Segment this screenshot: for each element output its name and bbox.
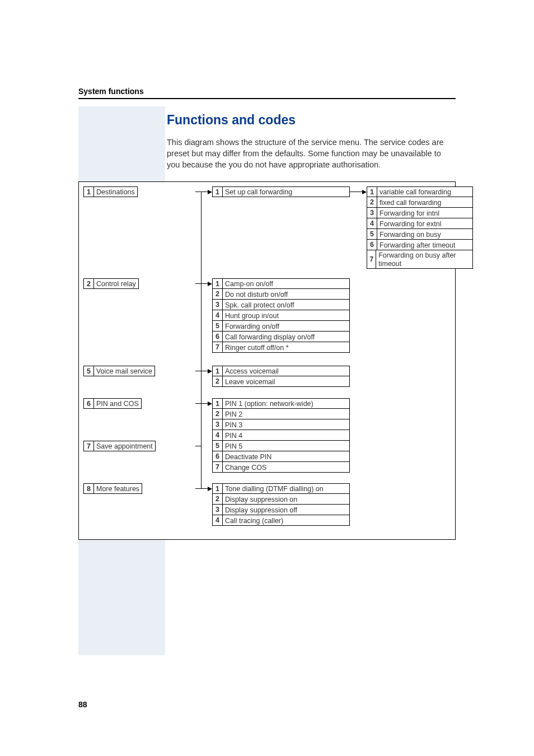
connector-line <box>201 192 202 488</box>
menu-more-features: 8 More features <box>83 483 142 494</box>
connector-line <box>195 446 202 446</box>
list-item: 7Forwarding on busy after timeout <box>367 250 473 269</box>
connector-line <box>350 192 362 192</box>
menu-label: Access voicemail <box>223 366 281 376</box>
menu-num: 1 <box>213 366 223 376</box>
list-item: 5Forwarding on/off <box>212 321 350 332</box>
menu-pin-cos: 6 PIN and COS <box>83 398 142 409</box>
menu-num: 1 <box>213 279 223 288</box>
menu-label: More features <box>94 484 142 493</box>
menu-num: 6 <box>213 451 223 461</box>
menu-label: Forwarding after timeout <box>377 240 457 250</box>
menu-num: 3 <box>213 505 223 515</box>
menu-label: fixed call forwarding <box>377 197 443 207</box>
list-item: 2Do not disturb on/off <box>212 289 350 300</box>
menu-num: 2 <box>213 409 223 419</box>
list-item: 1variable call forwarding <box>367 186 473 197</box>
list-item: 3Forwarding for intnl <box>367 208 473 218</box>
menu-num: 4 <box>213 515 223 525</box>
menu-label: variable call forwarding <box>377 187 453 197</box>
list-item: 1Camp-on on/off <box>212 278 350 289</box>
diagram-frame: 1 Destinations 2 Control relay 5 Voice m… <box>78 181 456 540</box>
menu-label: Call forwarding display on/off <box>223 332 317 342</box>
menu-label: Forwarding for extnl <box>377 218 443 228</box>
menu-num: 7 <box>213 462 223 472</box>
list-item: 2fixed call forwarding <box>367 197 473 208</box>
menu-num: 8 <box>84 484 94 493</box>
menu-label: Tone dialling (DTMF dialling) on <box>223 484 326 493</box>
list-item: 4Hunt group in/out <box>212 310 350 321</box>
list-item: 3PIN 3 <box>212 419 350 430</box>
menu-voicemail-service: 5 Voice mail service <box>83 366 155 376</box>
menu-num: 3 <box>213 419 223 430</box>
list-item: 2PIN 2 <box>212 409 350 419</box>
menu-label: Forwarding on/off <box>223 321 282 331</box>
list-item: 5Forwarding on busy <box>367 229 473 240</box>
menu-label: Save appointment <box>94 441 155 451</box>
menu-label: Deactivate PIN <box>223 451 274 461</box>
list-item: 4Forwarding for extnl <box>367 218 473 229</box>
menu-label: Hunt group in/out <box>223 310 281 320</box>
menu-num: 4 <box>367 218 377 228</box>
menu-label: Leave voicemail <box>223 376 278 386</box>
connector-line <box>195 488 208 489</box>
menu-num: 1 <box>367 187 377 197</box>
menu-num: 4 <box>213 310 223 320</box>
submenu-control-relay: 1Camp-on on/off 2Do not disturb on/off 3… <box>212 278 350 353</box>
list-item: 6Forwarding after timeout <box>367 240 473 250</box>
menu-num: 5 <box>84 366 94 376</box>
menu-label: Forwarding for intnl <box>377 208 442 218</box>
menu-num: 2 <box>213 289 223 299</box>
menu-num: 1 <box>213 187 223 197</box>
list-item: 4Call tracing (caller) <box>212 515 350 526</box>
menu-save-appointment: 7 Save appointment <box>83 441 156 451</box>
submenu-call-forwarding: 1variable call forwarding 2fixed call fo… <box>367 186 473 269</box>
menu-num: 2 <box>213 494 223 504</box>
menu-num: 7 <box>84 441 94 451</box>
menu-num: 6 <box>84 399 94 408</box>
section-header: System functions <box>78 87 456 99</box>
menu-set-up-call-forwarding: 1 Set up call forwarding <box>212 186 350 197</box>
menu-num: 1 <box>213 399 223 408</box>
list-item: 6Call forwarding display on/off <box>212 332 350 342</box>
menu-label: Display suppression off <box>223 505 299 515</box>
list-item: 1PIN 1 (option: network-wide) <box>212 398 350 409</box>
menu-label: Set up call forwarding <box>223 187 294 197</box>
menu-num: 3 <box>367 208 377 218</box>
arrow-right-icon <box>208 402 212 406</box>
menu-label: Forwarding on busy after timeout <box>376 250 472 268</box>
menu-label: PIN 3 <box>223 419 245 430</box>
arrow-right-icon <box>362 190 367 194</box>
list-item: 3Spk. call protect on/off <box>212 300 350 310</box>
menu-control-relay: 2 Control relay <box>83 278 139 289</box>
list-item: 7Ringer cutoff off/on * <box>212 342 350 353</box>
list-item: 4PIN 4 <box>212 430 350 441</box>
list-item: 6Deactivate PIN <box>212 451 350 462</box>
menu-label: Display suppression on <box>223 494 299 504</box>
menu-num: 2 <box>367 197 377 207</box>
list-item: 3Display suppression off <box>212 505 350 515</box>
menu-num: 5 <box>213 441 223 451</box>
submenu-more-features: 1Tone dialling (DTMF dialling) on 2Displ… <box>212 483 350 526</box>
menu-label: PIN and COS <box>94 399 141 408</box>
intro-paragraph: This diagram shows the structure of the … <box>167 137 456 170</box>
menu-num: 5 <box>367 229 377 239</box>
menu-num: 2 <box>213 376 223 386</box>
menu-label: PIN 2 <box>223 409 245 419</box>
submenu-voicemail: 1Access voicemail 2Leave voicemail <box>212 366 350 387</box>
menu-destinations: 1 Destinations <box>83 186 138 197</box>
page-title: Functions and codes <box>167 113 456 128</box>
menu-num: 7 <box>213 342 223 352</box>
menu-label: Change COS <box>223 462 269 472</box>
submenu-pin-cos: 1PIN 1 (option: network-wide) 2PIN 2 3PI… <box>212 398 350 473</box>
menu-num: 6 <box>367 240 377 250</box>
arrow-right-icon <box>208 487 212 491</box>
menu-label: Voice mail service <box>94 366 154 376</box>
menu-num: 2 <box>84 279 94 288</box>
list-item: 2Leave voicemail <box>212 376 350 387</box>
menu-label: PIN 4 <box>223 430 245 440</box>
menu-num: 5 <box>213 321 223 331</box>
menu-num: 3 <box>213 300 223 310</box>
arrow-right-icon <box>208 282 212 286</box>
page-number: 88 <box>78 700 87 709</box>
